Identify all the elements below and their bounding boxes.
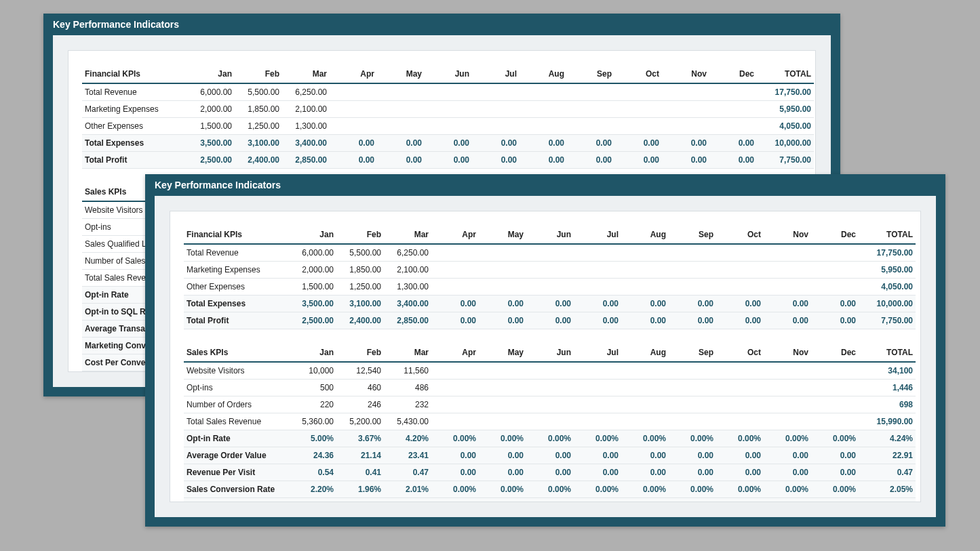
table-row: Total Sales Revenue5,360.005,200.005,430… bbox=[184, 413, 916, 430]
cell bbox=[764, 413, 811, 430]
cell bbox=[662, 101, 709, 118]
cell: 0.00 bbox=[716, 498, 764, 503]
cell bbox=[709, 83, 757, 101]
cell: 0.00% bbox=[621, 430, 669, 447]
table-header-month: Apr bbox=[330, 66, 377, 83]
cell: 0.00 bbox=[764, 295, 811, 312]
row-total: 5,950.00 bbox=[757, 101, 814, 118]
cell: 0.00 bbox=[377, 152, 425, 169]
row-label: Total Sales Revenue bbox=[184, 413, 289, 430]
cell: 0.00 bbox=[567, 135, 614, 152]
cell bbox=[431, 413, 479, 430]
table-row: Marketing Expenses2,000.001,850.002,100.… bbox=[184, 262, 916, 279]
row-label: Website Visitors bbox=[184, 362, 289, 380]
row-total: 5,950.00 bbox=[859, 262, 916, 279]
cell: 0.00% bbox=[526, 481, 574, 498]
cell: 0.00 bbox=[811, 447, 859, 464]
cell: 21.14 bbox=[336, 447, 384, 464]
cell: 0.00 bbox=[716, 464, 764, 481]
table-header-month: Jun bbox=[425, 66, 472, 83]
cell: 0.00 bbox=[764, 464, 811, 481]
row-label: Total Profit bbox=[82, 152, 187, 169]
table-header-month: Feb bbox=[336, 226, 384, 244]
cell: 220 bbox=[289, 396, 336, 413]
cell: 2,000.00 bbox=[289, 262, 336, 279]
sales-kpi-table: Sales KPIsJanFebMarAprMayJunJulAugSepOct… bbox=[184, 344, 907, 502]
cell bbox=[479, 413, 526, 430]
cell: 5,500.00 bbox=[336, 244, 384, 262]
cell: 0.00 bbox=[614, 152, 662, 169]
cell bbox=[377, 101, 425, 118]
cell bbox=[472, 118, 520, 135]
cell: 3.67% bbox=[336, 430, 384, 447]
cell: 3,400.00 bbox=[384, 295, 431, 312]
table-row: Other Expenses1,500.001,250.001,300.004,… bbox=[82, 118, 814, 135]
cell: 0.00% bbox=[669, 430, 716, 447]
frame-inner: Financial KPIsJanFebMarAprMayJunJulAugSe… bbox=[155, 196, 936, 517]
table-row: Opt-in Rate5.00%3.67%4.20%0.00%0.00%0.00… bbox=[184, 430, 916, 447]
table-header-month: Feb bbox=[336, 344, 384, 362]
cell: 0.00 bbox=[669, 498, 716, 503]
cell: 12,540 bbox=[336, 362, 384, 380]
cell: 0.00 bbox=[764, 498, 811, 503]
table-header-month: Nov bbox=[662, 66, 709, 83]
cell bbox=[425, 101, 472, 118]
cell: 0.00 bbox=[716, 295, 764, 312]
row-label: Total Profit bbox=[184, 312, 289, 329]
cell bbox=[330, 83, 377, 101]
cell: 0.00 bbox=[431, 295, 479, 312]
cell: 0.00 bbox=[526, 447, 574, 464]
cell: 0.00 bbox=[330, 152, 377, 169]
cell: 2.01% bbox=[384, 481, 431, 498]
cell bbox=[479, 244, 526, 262]
table-row: Other Expenses1,500.001,250.001,300.004,… bbox=[184, 279, 916, 295]
cell: 0.00 bbox=[431, 464, 479, 481]
cell bbox=[574, 244, 621, 262]
row-total: 0.47 bbox=[859, 464, 916, 481]
cell: 0.00 bbox=[764, 447, 811, 464]
row-label: Opt-in Rate bbox=[184, 430, 289, 447]
cell bbox=[716, 362, 764, 380]
cell: 0.00 bbox=[425, 152, 472, 169]
cell bbox=[526, 413, 574, 430]
row-total: 15,990.00 bbox=[859, 413, 916, 430]
row-label: Marketing Expenses bbox=[184, 262, 289, 279]
cell: 0.00 bbox=[431, 312, 479, 329]
cell: 0.00% bbox=[764, 430, 811, 447]
cell: 5,360.00 bbox=[289, 413, 336, 430]
cell: 0.00% bbox=[764, 481, 811, 498]
cell bbox=[330, 118, 377, 135]
table-header-total: TOTAL bbox=[757, 66, 814, 83]
row-total: 1,446 bbox=[859, 380, 916, 396]
cell: 0.00% bbox=[621, 481, 669, 498]
cell: 2,000.00 bbox=[187, 101, 235, 118]
cell: 0.00% bbox=[811, 430, 859, 447]
table-header-month: Mar bbox=[384, 344, 431, 362]
financial-kpi-table-back: Financial KPIsJanFebMarAprMayJunJulAugSe… bbox=[82, 66, 802, 169]
row-label: Total Revenue bbox=[82, 83, 187, 101]
table-header-month: Sep bbox=[567, 66, 614, 83]
cell bbox=[811, 244, 859, 262]
cell bbox=[526, 362, 574, 380]
cell bbox=[479, 279, 526, 295]
frame-title-bar: Key Performance Indicators bbox=[145, 174, 945, 196]
row-label: Number of Orders bbox=[184, 396, 289, 413]
row-label: Total Revenue bbox=[184, 244, 289, 262]
frame-sheet: Financial KPIsJanFebMarAprMayJunJulAugSe… bbox=[170, 211, 921, 502]
cell: 0.00% bbox=[669, 481, 716, 498]
cell bbox=[662, 83, 709, 101]
table-header-month: Aug bbox=[520, 66, 567, 83]
cell: 2,500.00 bbox=[289, 312, 336, 329]
cell bbox=[669, 244, 716, 262]
cell: 232 bbox=[384, 396, 431, 413]
cell bbox=[614, 83, 662, 101]
cell bbox=[526, 380, 574, 396]
cell: 24.36 bbox=[289, 447, 336, 464]
table-row: Marketing Efficiency Ratio2.682.812.590.… bbox=[184, 498, 916, 503]
cell bbox=[621, 380, 669, 396]
cell bbox=[709, 101, 757, 118]
table-row: Total Profit2,500.002,400.002,850.000.00… bbox=[184, 312, 916, 329]
cell: 0.00 bbox=[764, 312, 811, 329]
cell: 23.41 bbox=[384, 447, 431, 464]
cell bbox=[574, 279, 621, 295]
